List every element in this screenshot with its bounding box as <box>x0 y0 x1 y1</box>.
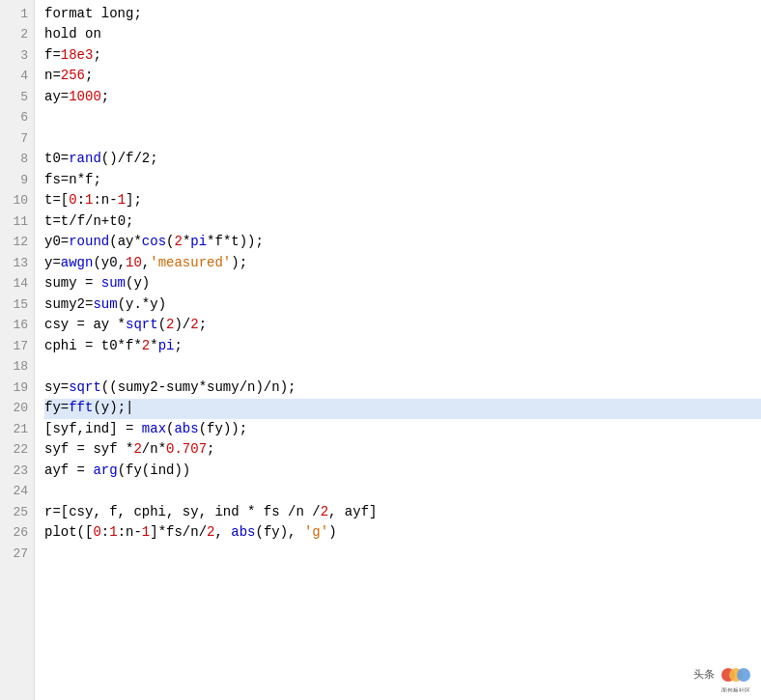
code-token: ) <box>328 522 336 544</box>
line-number: 12 <box>0 233 34 254</box>
code-token: ; <box>93 45 100 67</box>
code-token: 0 <box>93 522 100 544</box>
code-token: 2 <box>166 315 174 336</box>
code-token: , <box>214 522 231 544</box>
line-number: 22 <box>0 440 34 462</box>
line-number: 20 <box>0 399 34 420</box>
code-token: 1000 <box>69 87 101 108</box>
code-token: (ay* <box>109 232 142 253</box>
line-number: 5 <box>0 87 34 108</box>
code-token: sum <box>93 294 117 316</box>
code-line: n=256; <box>44 67 761 88</box>
code-token: round <box>69 232 109 253</box>
code-line: y=awgn(y0,10,'measured'); <box>44 253 761 274</box>
code-token: ( <box>158 315 166 336</box>
line-number: 9 <box>0 170 34 191</box>
line-number: 25 <box>0 502 34 523</box>
line-number: 13 <box>0 253 34 274</box>
code-token: * <box>150 336 157 357</box>
code-token: fs <box>44 170 61 191</box>
code-token: ); <box>231 253 247 274</box>
code-token: 'g' <box>304 522 328 544</box>
code-token: 0 <box>69 190 76 211</box>
code-line: fs=n*f; <box>44 170 761 191</box>
code-token: :n- <box>93 190 117 211</box>
code-token: 2 <box>174 232 182 253</box>
code-line: syf = syf *2/n*0.707; <box>44 440 761 462</box>
code-token: )/ <box>174 315 190 336</box>
code-line: sumy = sum(y) <box>44 274 761 295</box>
code-token: awgn <box>61 253 94 274</box>
code-content: format long;hold onf=18e3;n=256;ay=1000;… <box>35 0 761 700</box>
code-token: 'measured' <box>150 253 231 274</box>
code-token: t <box>44 190 52 211</box>
code-token: n <box>69 170 76 191</box>
code-line: t=t/f/n+t0; <box>44 211 761 233</box>
code-token: 1 <box>118 190 126 211</box>
line-number: 14 <box>0 274 34 295</box>
code-token: ]; <box>126 190 142 211</box>
line-number: 2 <box>0 25 34 46</box>
code-token: max <box>142 419 166 440</box>
code-token: ; <box>199 315 207 336</box>
code-token: cphi = t0*f* <box>44 336 142 357</box>
code-token: rand <box>69 149 101 170</box>
line-number: 16 <box>0 316 34 337</box>
code-token: = <box>52 253 60 274</box>
code-token: , <box>142 253 150 274</box>
code-token: hold on <box>44 24 101 45</box>
line-number: 7 <box>0 128 34 150</box>
code-token: =[ <box>52 190 69 211</box>
code-line: sumy2=sum(y.*y) <box>44 294 761 316</box>
code-token: = <box>61 232 69 253</box>
code-token: ( <box>166 232 174 253</box>
code-token: sqrt <box>69 378 101 399</box>
code-token: 2 <box>321 502 328 523</box>
code-token: *f*t)); <box>207 232 264 253</box>
code-token: * <box>183 232 190 253</box>
code-token: ayf = <box>44 461 93 482</box>
code-token: : <box>77 190 85 211</box>
code-line: y0=round(ay*cos(2*pi*f*t)); <box>44 233 761 254</box>
line-number: 21 <box>0 419 34 440</box>
code-line <box>44 544 761 565</box>
code-token: (fy)); <box>199 419 247 440</box>
code-token: = <box>52 66 60 87</box>
code-token: csy = ay * <box>44 315 126 336</box>
code-line <box>44 482 761 503</box>
code-token: arg <box>93 461 117 482</box>
code-line <box>44 108 761 129</box>
code-editor: 1234567891011121314151617181920212223242… <box>0 0 761 700</box>
line-number: 3 <box>0 45 34 67</box>
code-token: (y); <box>93 398 126 419</box>
code-token: ( <box>166 419 174 440</box>
code-token: r=[csy, f, cphi, sy, ind * fs /n / <box>44 502 321 523</box>
code-token: fy= <box>44 398 69 419</box>
code-token: ]*fs/n/ <box>150 522 207 544</box>
code-token: 2 <box>190 315 198 336</box>
line-number: 6 <box>0 108 34 129</box>
code-token: y0 <box>44 232 61 253</box>
svg-point-2 <box>737 668 750 682</box>
code-line: fy=fft(y);| <box>44 399 761 420</box>
code-token: cos <box>142 232 166 253</box>
code-line: csy = ay *sqrt(2)/2; <box>44 316 761 337</box>
code-token: (fy), <box>256 522 304 544</box>
code-token: ay <box>44 87 61 108</box>
code-token: (fy(ind)) <box>118 461 191 482</box>
code-token: sumy = <box>44 273 101 294</box>
line-number: 26 <box>0 523 34 545</box>
code-token: sqrt <box>126 315 158 336</box>
code-token: sy= <box>44 378 69 399</box>
code-token: 1 <box>85 190 93 211</box>
line-number: 24 <box>0 482 34 503</box>
code-line: ayf = arg(fy(ind)) <box>44 461 761 482</box>
code-token: format long; <box>44 4 142 25</box>
code-line: ay=1000; <box>44 87 761 108</box>
code-token: ; <box>85 66 93 87</box>
line-number: 8 <box>0 150 34 171</box>
line-number: 17 <box>0 336 34 357</box>
code-token: n <box>44 66 52 87</box>
code-token: (y) <box>126 273 150 294</box>
code-line: sy=sqrt((sumy2-sumy*sumy/n)/n); <box>44 378 761 399</box>
